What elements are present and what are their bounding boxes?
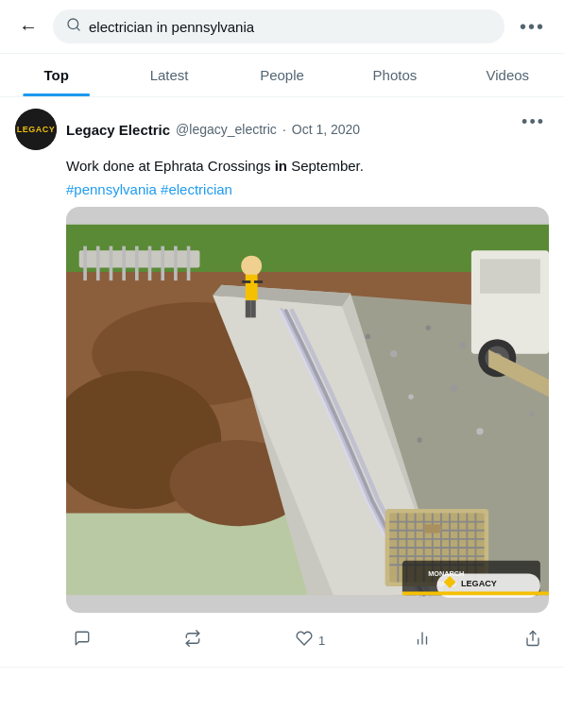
svg-rect-53: [242, 280, 250, 283]
share-icon: [524, 630, 541, 652]
svg-rect-63: [148, 245, 152, 280]
svg-rect-56: [250, 300, 255, 317]
tweet-text-before: Work done at Ephrata Crossings: [66, 158, 275, 174]
comment-button[interactable]: [66, 626, 104, 655]
svg-point-20: [417, 437, 421, 442]
svg-rect-44: [424, 524, 441, 533]
svg-point-16: [408, 394, 413, 398]
search-input[interactable]: [89, 19, 491, 35]
tab-top[interactable]: Top: [0, 54, 112, 96]
search-bar: [53, 9, 504, 43]
svg-rect-62: [135, 245, 139, 280]
retweet-button[interactable]: [177, 626, 214, 655]
svg-rect-59: [96, 245, 100, 280]
back-button[interactable]: ←: [15, 12, 42, 42]
tweet-date: Oct 1, 2020: [292, 122, 360, 137]
svg-rect-65: [174, 245, 178, 280]
avatar-inner: LEGACY: [15, 109, 57, 150]
svg-rect-61: [122, 245, 126, 280]
tab-photos[interactable]: Photos: [338, 54, 451, 96]
svg-rect-55: [246, 300, 250, 317]
like-icon: [296, 630, 313, 652]
tweet-header: LEGACY Legacy Electric @legacy_electric …: [15, 109, 549, 150]
svg-point-51: [241, 255, 262, 276]
svg-rect-64: [161, 245, 164, 280]
search-icon: [66, 17, 81, 36]
svg-rect-60: [110, 245, 113, 280]
svg-rect-52: [246, 274, 258, 299]
svg-rect-54: [254, 280, 263, 283]
tabs-nav: Top Latest People Photos Videos: [0, 54, 564, 97]
svg-point-22: [529, 411, 534, 415]
more-button[interactable]: •••: [516, 12, 549, 42]
analytics-button[interactable]: [406, 626, 444, 655]
analytics-icon: [414, 630, 431, 652]
svg-point-13: [459, 341, 466, 347]
tab-latest[interactable]: Latest: [112, 54, 225, 96]
display-name: Legacy Electric: [66, 122, 170, 138]
svg-rect-58: [83, 245, 87, 280]
twitter-handle: @legacy_electric: [176, 122, 277, 137]
construction-scene-svg: MONARCH RPCU LEGACY: [66, 207, 549, 613]
tweet-hashtags[interactable]: #pennsylvania #electrician: [66, 181, 549, 197]
svg-line-1: [77, 27, 79, 30]
like-count: 1: [318, 634, 325, 648]
tweet-text-after: September.: [287, 158, 364, 174]
svg-rect-66: [187, 245, 191, 280]
like-button[interactable]: 1: [288, 626, 333, 655]
svg-point-12: [426, 325, 431, 330]
tweet-body: Work done at Ephrata Crossings in Septem…: [66, 156, 549, 655]
tweet-text-bold: in: [275, 158, 287, 174]
tab-people[interactable]: People: [226, 54, 338, 96]
tweet-image: MONARCH RPCU LEGACY: [66, 207, 549, 613]
header: ← •••: [0, 0, 564, 54]
dot-separator: ·: [282, 122, 286, 137]
tweet-more-button[interactable]: •••: [518, 109, 549, 136]
tweet-author-row: LEGACY Legacy Electric @legacy_electric …: [15, 109, 360, 150]
svg-text:LEGACY: LEGACY: [461, 579, 497, 588]
retweet-icon: [184, 630, 201, 652]
tab-videos[interactable]: Videos: [452, 54, 564, 96]
svg-point-10: [366, 333, 370, 338]
tweet-name-row: Legacy Electric @legacy_electric · Oct 1…: [66, 122, 360, 138]
svg-rect-46: [480, 259, 540, 294]
svg-point-11: [390, 350, 397, 357]
svg-point-17: [451, 384, 457, 391]
comment-icon: [74, 630, 91, 652]
tweet-actions: 1: [66, 622, 549, 655]
svg-point-21: [476, 428, 483, 434]
tweet-text: Work done at Ephrata Crossings in Septem…: [66, 156, 549, 178]
share-button[interactable]: [517, 626, 549, 655]
tweet-card: LEGACY Legacy Electric @legacy_electric …: [0, 97, 564, 668]
avatar: LEGACY: [15, 109, 57, 150]
tweet-meta: Legacy Electric @legacy_electric · Oct 1…: [66, 122, 360, 138]
